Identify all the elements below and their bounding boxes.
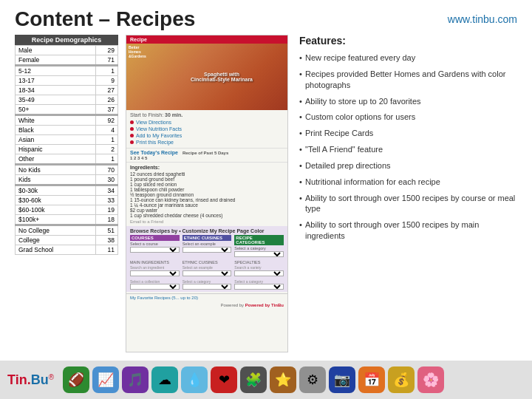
feature-item-8: Nutritional information for each recipe [299,177,517,188]
coin-icon[interactable]: 💰 [388,366,415,393]
email-link[interactable]: Email to a Friend [130,219,284,224]
categories-select[interactable] [234,251,284,257]
recipe-header-label: Recipe [130,37,147,42]
link-view-directions[interactable]: View Directions [130,119,284,126]
link-add-favorites[interactable]: Add to My Favorites [130,132,284,139]
table-row: Asian 1 [16,135,118,145]
demo-label: Kids [16,175,96,185]
flower-icon[interactable]: 🌸 [417,366,444,393]
see-today[interactable]: See Today's Recipe Recipe of Past 5 Days… [126,148,287,163]
football-icon[interactable]: 🏈 [63,366,89,393]
specialty-select[interactable] [234,270,284,276]
demo-value: 19 [96,205,118,215]
calendar-icon[interactable]: 📅 [358,366,385,393]
link-label: View Directions [136,120,171,125]
demo-value: 70 [96,165,118,175]
col-title: RECIPE CATEGORIES [234,235,284,245]
ethnic-select[interactable] [183,247,232,253]
collection-selects: Select a collection Select a category Se… [130,279,284,290]
demo-label: Other [16,154,96,165]
select-label: MAIN INGREDIENTS [130,260,180,265]
demo-label: 5-12 [16,66,96,76]
demo-value: 51 [96,225,118,236]
link-view-nutrition[interactable]: View Nutrition Facts [130,126,284,132]
photo-icon[interactable]: 📷 [329,366,355,393]
ingredient: 1 ¼ 4-ounce jar marinara sauce [130,202,284,208]
demo-value: 71 [96,55,118,66]
courses-select[interactable] [130,247,180,253]
page-header: Content – Recipes www.tinbu.com [0,0,532,35]
demo-label: 18-34 [16,86,96,95]
ingredients-select-wrap: MAIN INGREDIENTS Search an ingredient [130,260,180,276]
music-icon[interactable]: 🎵 [122,366,149,393]
demo-value: 9 [96,76,118,86]
col-ethnic: ETHNIC CUISINES Select an example [183,235,232,257]
ethnic-select2[interactable] [183,270,232,276]
cloud-icon[interactable]: ☁ [151,366,178,393]
demo-label: $60-100k [16,205,96,215]
time-label: Start to Finish: [130,112,163,117]
col-title: ETHNIC CUISINES [183,235,232,241]
demo-label: No College [16,225,96,236]
col-courses: COURSES Select a course [130,235,180,257]
ingredient: 1 15-ounce can kidney beans, rinsed and … [130,197,284,202]
my-favorites-link[interactable]: My Favorite Recipes (5... up to 20) [126,293,287,301]
category-select3[interactable] [234,284,284,290]
demo-label: Male [16,46,96,55]
table-row: $0-30k 34 [16,185,118,196]
select-sublabel: Search an ingredient [130,265,180,270]
dish-title: Spaghetti withCincinnati-Style Marinara [191,72,253,82]
demo-value: 2 [96,145,118,154]
heart-icon[interactable]: ❤ [211,366,237,393]
demo-label: Black [16,126,96,135]
ingredients-select[interactable] [130,270,180,276]
bu-text: Bu [31,372,49,387]
recipe-header: Recipe [126,35,287,44]
star-icon[interactable]: ⭐ [270,366,296,393]
demo-value: 27 [96,86,118,95]
demo-label: $100k+ [16,215,96,225]
see-today-label: See Today's Recipe [130,150,178,155]
category-select2[interactable] [183,284,232,290]
demo-value: 33 [96,196,118,205]
demo-value: 1 [96,135,118,145]
demo-value: 92 [96,115,118,126]
additional-selects: MAIN INGREDIENTS Search an ingredient ET… [130,260,284,276]
col-label: Select a course [130,242,180,246]
chart-icon[interactable]: 📈 [92,366,119,393]
time-value: 30 min. [165,112,183,117]
table-row: Kids 30 [16,175,118,185]
browse-section: Browse Recipes by • Customize My Recipe … [126,226,287,292]
collection-select[interactable] [130,284,180,290]
table-row: Female 71 [16,55,118,66]
table-row: $100k+ 18 [16,215,118,225]
demo-label: Hispanic [16,145,96,154]
table-row: No Kids 70 [16,165,118,175]
link-print[interactable]: Print this Recipe [130,139,284,146]
puzzle-icon[interactable]: 🧩 [240,366,267,393]
demo-title: Recipe Demographics [15,35,118,45]
feature-item-3: Ability to store up to 20 favorites [299,96,517,107]
select-label: ETHNIC CUISINES [183,260,232,265]
table-row: Other 1 [16,154,118,165]
ethnic-select2-wrap: ETHNIC CUISINES Select an example [183,260,232,276]
page-title: Content – Recipes [15,7,195,31]
ingredient: 1 tablespoon chili powder [130,187,284,192]
settings-icon[interactable]: ⚙ [299,366,326,393]
select-label: SPECIALTIES [234,260,284,265]
ingredients-section: Ingredients: 12 ounces dried spaghetti 1… [126,163,287,226]
water-icon[interactable]: 💧 [181,366,208,393]
time-info: Start to Finish: 30 min. [130,112,284,117]
feature-item-5: Print Recipe Cards [299,128,517,139]
ingredient: 1 cup shredded cheddar cheese (4 ounces) [130,213,284,218]
demo-value: 26 [96,95,118,105]
main-content: Recipe Demographics Male 29 Female 71 5-… [0,35,532,352]
demo-label: 13-17 [16,76,96,86]
demo-value: 1 [96,154,118,165]
feature-text: Ability to store up to 20 favorites [305,97,421,106]
table-row: No College 51 [16,225,118,236]
feature-text: New recipe featured every day [305,53,415,62]
select-sublabel: Select an example [183,265,232,270]
demo-value: 30 [96,175,118,185]
demo-label: $0-30k [16,185,96,196]
